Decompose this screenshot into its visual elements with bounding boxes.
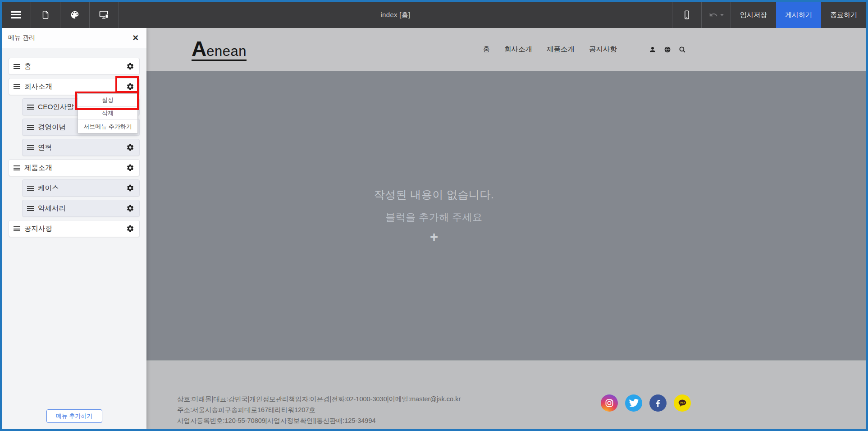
logo-rest: enean bbox=[206, 43, 247, 59]
instagram-link[interactable] bbox=[601, 394, 618, 412]
menu-manager-header: 메뉴 관리 × bbox=[2, 28, 146, 48]
drag-handle-icon[interactable] bbox=[27, 145, 34, 150]
top-toolbar: index [홈] 임시저장 게시하기 종료하기 bbox=[2, 2, 866, 28]
gear-icon[interactable] bbox=[126, 83, 134, 91]
menu-item-label: 홈 bbox=[24, 62, 126, 71]
drag-handle-icon[interactable] bbox=[27, 125, 34, 130]
menu-item-label: 제품소개 bbox=[24, 163, 126, 173]
gear-icon[interactable] bbox=[126, 62, 134, 70]
nav-link-notice[interactable]: 공지사항 bbox=[589, 45, 617, 54]
empty-state-line1: 작성된 내용이 없습니다. bbox=[374, 188, 494, 202]
drag-handle-icon[interactable] bbox=[14, 84, 20, 89]
kakaotalk-icon: TALK bbox=[677, 398, 688, 408]
menu-item-label: 케이스 bbox=[38, 183, 126, 193]
footer-line-3: 사업자등록번호:120-55-70809[사업자정보확인]|통신판매:125-3… bbox=[177, 415, 461, 426]
menu-item-case[interactable]: 케이스 bbox=[22, 179, 140, 197]
device-preview-icon bbox=[99, 9, 110, 20]
kakaotalk-label: TALK bbox=[680, 402, 685, 404]
twitter-link[interactable] bbox=[625, 394, 642, 412]
publish-button[interactable]: 게시하기 bbox=[776, 2, 821, 28]
context-menu-item-add-submenu[interactable]: 서브메뉴 추가하기 bbox=[78, 120, 137, 133]
hamburger-icon bbox=[11, 11, 21, 18]
drag-handle-icon[interactable] bbox=[27, 186, 34, 191]
twitter-icon bbox=[628, 398, 639, 408]
exit-button[interactable]: 종료하기 bbox=[821, 2, 866, 28]
menu-item-notice[interactable]: 공지사항 bbox=[9, 220, 140, 237]
menu-item-label: 회사소개 bbox=[24, 82, 126, 92]
drag-handle-icon[interactable] bbox=[14, 64, 20, 69]
mobile-preview-button[interactable] bbox=[672, 2, 701, 28]
nav-link-home[interactable]: 홈 bbox=[483, 45, 490, 54]
site-nav: 홈 회사소개 제품소개 공지사항 bbox=[483, 45, 687, 54]
menu-item-label: 악세서리 bbox=[38, 204, 126, 213]
instagram-icon bbox=[604, 398, 615, 408]
main-menu-button[interactable] bbox=[2, 2, 31, 28]
menu-item-home[interactable]: 홈 bbox=[9, 58, 140, 75]
menu-item-about[interactable]: 회사소개 bbox=[9, 78, 140, 95]
facebook-link[interactable] bbox=[649, 394, 667, 412]
page-title: index [홈] bbox=[119, 2, 672, 28]
kakaotalk-link[interactable]: TALK bbox=[674, 394, 691, 412]
gear-icon[interactable] bbox=[126, 225, 134, 233]
nav-link-about[interactable]: 회사소개 bbox=[504, 45, 532, 54]
editor-window: index [홈] 임시저장 게시하기 종료하기 Aenean 홈 회사소개 제… bbox=[0, 0, 868, 431]
device-preview-button[interactable] bbox=[90, 2, 119, 28]
undo-history-caret-icon bbox=[720, 14, 724, 16]
site-logo[interactable]: Aenean bbox=[192, 38, 247, 61]
footer-line-2: 주소:서울시송파구송파대로167태라타워1207호 bbox=[177, 404, 461, 415]
palette-icon bbox=[70, 10, 80, 20]
menu-item-products[interactable]: 제품소개 bbox=[9, 159, 140, 176]
drag-handle-icon[interactable] bbox=[27, 206, 34, 211]
gear-icon[interactable] bbox=[126, 143, 134, 151]
footer-social-links: TALK bbox=[601, 394, 691, 412]
pages-button[interactable] bbox=[31, 2, 60, 28]
page-icon bbox=[41, 10, 50, 20]
drag-handle-icon[interactable] bbox=[27, 105, 34, 110]
search-icon[interactable] bbox=[678, 46, 686, 54]
close-icon[interactable]: × bbox=[132, 33, 138, 43]
mobile-icon bbox=[682, 10, 692, 20]
context-menu-item-delete[interactable]: 삭제 bbox=[78, 107, 137, 120]
menu-item-history[interactable]: 연혁 bbox=[22, 139, 140, 156]
nav-link-products[interactable]: 제품소개 bbox=[547, 45, 575, 54]
account-icon[interactable] bbox=[649, 46, 657, 54]
gear-icon[interactable] bbox=[126, 184, 134, 192]
menu-item-accessory[interactable]: 악세서리 bbox=[22, 200, 140, 217]
logo-initial: A bbox=[192, 37, 206, 60]
add-block-button[interactable]: + bbox=[430, 230, 438, 244]
menu-item-label: 연혁 bbox=[38, 143, 126, 152]
nav-icon-group bbox=[649, 46, 686, 54]
gear-icon[interactable] bbox=[126, 204, 134, 212]
theme-button[interactable] bbox=[60, 2, 89, 28]
facebook-icon bbox=[653, 398, 663, 408]
footer-line-1: 상호:미래몰|대표:강민국|개인정보관리책임자:이은경|전화:02-1000-3… bbox=[177, 394, 461, 404]
undo-button[interactable] bbox=[702, 2, 731, 28]
temp-save-button[interactable]: 임시저장 bbox=[731, 2, 776, 28]
empty-state-line2: 블럭을 추가해 주세요 bbox=[385, 211, 483, 224]
context-menu-item-settings[interactable]: 설정 bbox=[78, 94, 137, 107]
menu-item-label: 공지사항 bbox=[24, 224, 126, 234]
language-globe-icon[interactable] bbox=[663, 46, 672, 54]
panel-title: 메뉴 관리 bbox=[8, 34, 35, 42]
drag-handle-icon[interactable] bbox=[14, 226, 20, 231]
menu-list: 홈 회사소개 CEO인사말 경영이념 연혁 bbox=[2, 48, 146, 237]
footer-company-info: 상호:미래몰|대표:강민국|개인정보관리책임자:이은경|전화:02-1000-3… bbox=[177, 394, 461, 426]
drag-handle-icon[interactable] bbox=[14, 165, 20, 170]
menu-context-popup: 설정 삭제 서브메뉴 추가하기 bbox=[78, 93, 138, 133]
gear-icon[interactable] bbox=[126, 164, 134, 172]
add-menu-button[interactable]: 메뉴 추가하기 bbox=[46, 409, 102, 423]
undo-icon bbox=[709, 10, 718, 19]
menu-manager-panel: 메뉴 관리 × 홈 회사소개 CEO인사말 경영이념 bbox=[2, 28, 146, 429]
